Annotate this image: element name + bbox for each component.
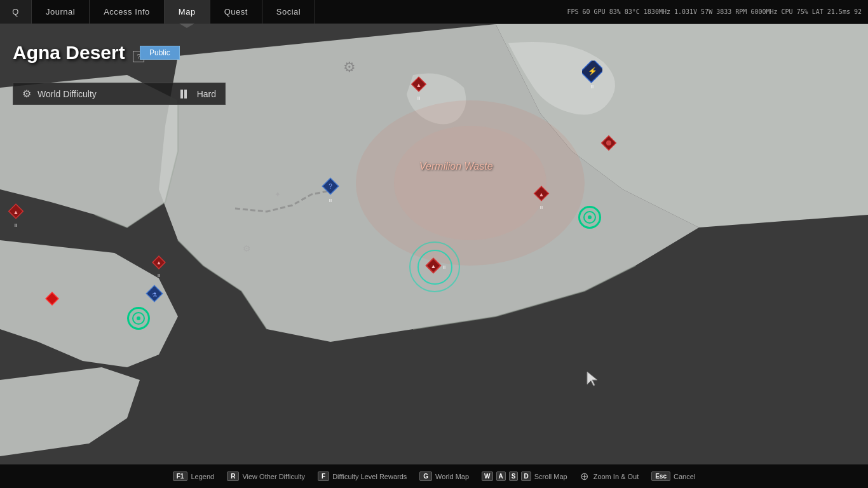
marker-special-1[interactable]: ? II bbox=[320, 175, 341, 203]
settings-icon[interactable]: ⚙ bbox=[343, 59, 356, 76]
fps-display: FPS 60 GPU 83% 83°C 1830MHz 1.031V 57W 3… bbox=[560, 0, 868, 24]
marker-enemy-5[interactable] bbox=[44, 290, 60, 311]
marker-enemy-3[interactable]: ▲ II bbox=[6, 202, 25, 228]
nav-social[interactable]: Social bbox=[262, 0, 315, 24]
hotkey-legend: F1 Legend bbox=[173, 471, 214, 481]
other-difficulty-label: View Other Difficulty bbox=[242, 473, 305, 480]
marker-lab[interactable]: ⚗ bbox=[144, 283, 165, 309]
svg-text:▲: ▲ bbox=[13, 209, 19, 215]
svg-point-2 bbox=[394, 126, 546, 240]
svg-text:▲: ▲ bbox=[430, 263, 436, 269]
a-key[interactable]: A bbox=[496, 471, 506, 481]
hotkey-difficulty-rewards: F Difficulty Level Rewards bbox=[318, 471, 407, 481]
top-navigation: Q Journal Access Info Map Quest Social F… bbox=[0, 0, 868, 24]
q-key-label: Q bbox=[12, 7, 19, 17]
marker-dungeon-2[interactable] bbox=[127, 307, 150, 330]
f1-key[interactable]: F1 bbox=[173, 471, 188, 481]
marker-enemy-2[interactable] bbox=[599, 133, 618, 154]
w-key[interactable]: W bbox=[482, 471, 492, 481]
world-map-label: World Map bbox=[435, 473, 469, 480]
svg-text:✦: ✦ bbox=[275, 190, 281, 199]
nav-access-info[interactable]: Access Info bbox=[90, 0, 165, 24]
svg-text:⚙: ⚙ bbox=[243, 243, 251, 254]
d-key[interactable]: D bbox=[521, 471, 531, 481]
marker-dungeon-1[interactable] bbox=[578, 206, 601, 229]
nav-quest[interactable]: Quest bbox=[210, 0, 262, 24]
svg-text:⚗: ⚗ bbox=[152, 292, 157, 298]
esc-key[interactable]: Esc bbox=[651, 471, 670, 481]
green-circle-icon-2 bbox=[127, 307, 150, 330]
r-key[interactable]: R bbox=[227, 471, 239, 481]
hotkey-world-map: G World Map bbox=[419, 471, 469, 481]
marker-enemy-4[interactable]: ▲ II bbox=[532, 184, 551, 210]
hotkey-scroll: W A S D Scroll Map bbox=[482, 471, 567, 481]
svg-text:▲: ▲ bbox=[416, 82, 422, 88]
difficulty-rewards-label: Difficulty Level Rewards bbox=[332, 473, 407, 480]
marker-enemy-1[interactable]: ▲ II bbox=[409, 75, 428, 101]
difficulty-panel[interactable]: ⚙ World Difficulty Hard bbox=[13, 83, 226, 105]
difficulty-value: Hard bbox=[197, 89, 216, 99]
hotkey-cancel: Esc Cancel bbox=[651, 471, 695, 481]
area-sublabel: Vermilion Waste bbox=[419, 161, 493, 172]
area-name: Agna Desert ? bbox=[13, 42, 144, 64]
svg-point-10 bbox=[606, 140, 611, 146]
s-key[interactable]: S bbox=[509, 471, 519, 481]
nav-map[interactable]: Map bbox=[165, 0, 210, 24]
difficulty-bars bbox=[180, 90, 187, 98]
bottom-hotkey-bar: F1 Legend R View Other Difficulty F Diff… bbox=[0, 464, 868, 488]
cancel-label: Cancel bbox=[674, 473, 695, 480]
marker-lightning-1[interactable]: ⚡ II bbox=[582, 61, 602, 90]
svg-text:⚡: ⚡ bbox=[588, 66, 597, 76]
scroll-map-label: Scroll Map bbox=[534, 473, 567, 480]
public-access-badge[interactable]: Public bbox=[140, 46, 180, 60]
svg-text:▲: ▲ bbox=[539, 191, 545, 198]
hotkey-zoom: ⊕ Zoom In & Out bbox=[580, 470, 639, 482]
nav-q-button[interactable]: Q bbox=[0, 0, 32, 24]
difficulty-icon: ⚙ bbox=[22, 88, 31, 100]
nav-journal[interactable]: Journal bbox=[32, 0, 90, 24]
hotkey-other-difficulty: R View Other Difficulty bbox=[227, 471, 305, 481]
svg-rect-19 bbox=[46, 292, 58, 305]
legend-label: Legend bbox=[191, 473, 214, 480]
f-key[interactable]: F bbox=[318, 471, 329, 481]
g-key[interactable]: G bbox=[419, 471, 432, 481]
green-circle-icon bbox=[578, 206, 601, 229]
player-marker: ▲ II bbox=[1, 256, 868, 278]
zoom-icon: ⊕ bbox=[580, 470, 588, 482]
svg-text:?: ? bbox=[329, 183, 332, 190]
map-container[interactable]: ✦ ⚙ Agna Desert ? Public ⚙ World Difficu… bbox=[0, 24, 868, 464]
zoom-label: Zoom In & Out bbox=[593, 473, 639, 480]
difficulty-label: World Difficulty bbox=[37, 89, 174, 99]
